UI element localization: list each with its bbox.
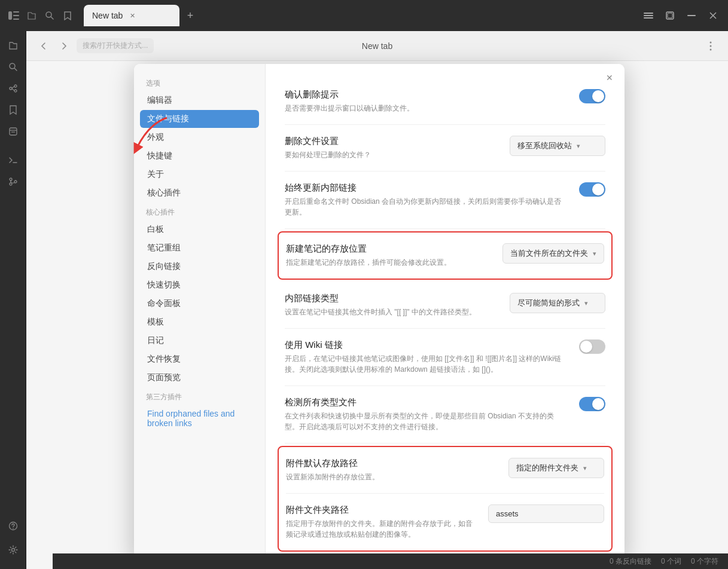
setting-title-new-note: 新建笔记的存放位置 <box>286 243 491 255</box>
setting-desc-confirm-delete: 是否需要弹出提示窗口以确认删除文件。 <box>285 103 567 114</box>
sidebar-help-icon[interactable] <box>4 516 23 536</box>
svg-point-33 <box>710 45 712 47</box>
select-delete-file-label: 移至系统回收站 <box>517 140 572 151</box>
nav-item-note-compose[interactable]: 笔记重组 <box>140 239 259 257</box>
nav-item-whiteboard[interactable]: 白板 <box>140 221 259 238</box>
nav-item-backlinks[interactable]: 反向链接 <box>140 258 259 276</box>
sidebar-merge-icon[interactable] <box>4 172 23 191</box>
setting-detect-files: 检测所有类型文件 在文件列表和快速切换中显示所有类型的文件，即使是那些目前 Ob… <box>285 386 605 443</box>
toggle-update-links[interactable] <box>579 182 605 197</box>
svg-rect-0 <box>8 11 12 20</box>
search-placeholder: 搜索/打开快捷方式... <box>83 41 148 51</box>
new-tab[interactable]: New tab ✕ <box>84 5 179 26</box>
nav-item-command-palette[interactable]: 命令面板 <box>140 295 259 313</box>
svg-line-15 <box>14 68 17 71</box>
setting-info-update-links: 始终更新内部链接 开启后重命名文件时 Obsidian 会自动为你更新内部链接，… <box>285 182 579 218</box>
highlight-attachment: 附件默认存放路径 设置新添加附件的存放位置。 指定的附件文件夹 ▾ <box>278 446 613 552</box>
select-link-type[interactable]: 尽可能简短的形式 ▾ <box>510 293 605 313</box>
svg-point-26 <box>10 183 12 185</box>
nav-item-file-recovery[interactable]: 文件恢复 <box>140 350 259 368</box>
nav-item-quick-switcher[interactable]: 快速切换 <box>140 276 259 294</box>
section-title-core-plugins: 核心插件 <box>140 203 259 220</box>
sidebar-settings-icon[interactable] <box>4 540 23 559</box>
nav-item-diary[interactable]: 日记 <box>140 332 259 350</box>
setting-control-attachment-folder <box>488 504 604 523</box>
main-area: 搜索/打开快捷方式... New tab ✕ 选项 编辑器 文件与链 <box>0 31 728 569</box>
toggle-detect-files[interactable] <box>579 397 605 411</box>
setting-info-link-type: 内部链接类型 设置在笔记中链接其他文件时插入 "[[ ]]" 中的文件路径类型。 <box>285 293 510 317</box>
search-icon[interactable] <box>43 9 56 22</box>
sidebar-icons <box>0 31 26 569</box>
dialog-close-button[interactable]: ✕ <box>603 71 616 84</box>
input-attachment-folder[interactable] <box>488 504 604 523</box>
svg-point-17 <box>14 85 17 87</box>
setting-control-confirm-delete <box>579 89 605 103</box>
top-bar-title: New tab <box>362 41 392 51</box>
select-attachment-path[interactable]: 指定的附件文件夹 ▾ <box>508 458 604 478</box>
nav-item-appearance[interactable]: 外观 <box>140 129 259 146</box>
setting-title-attachment-path: 附件默认存放路径 <box>286 458 496 469</box>
sidebar-terminal-icon[interactable] <box>4 151 23 170</box>
sidebar-search-icon[interactable] <box>4 57 23 77</box>
chevron-down-icon-4: ▾ <box>583 464 587 472</box>
nav-item-templates[interactable]: 模板 <box>140 313 259 331</box>
select-link-type-label: 尽可能简短的形式 <box>517 298 580 308</box>
svg-rect-11 <box>687 15 696 16</box>
forward-button[interactable] <box>56 38 72 54</box>
svg-rect-2 <box>13 15 19 16</box>
maximize-icon[interactable] <box>662 8 678 23</box>
nav-item-editor[interactable]: 编辑器 <box>140 91 259 109</box>
setting-new-note-location: 新建笔记的存放位置 指定新建笔记的存放路径，插件可能会修改此设置。 当前文件所在… <box>286 233 604 279</box>
setting-desc-attachment-folder: 指定用于存放附件的文件夹。新建的附件会存放于此，如音频记录或通过拖放或粘贴创建的… <box>286 518 476 540</box>
sidebar-graph-icon[interactable] <box>4 79 23 98</box>
svg-line-19 <box>12 87 14 88</box>
nav-item-page-preview[interactable]: 页面预览 <box>140 369 259 387</box>
svg-line-20 <box>12 89 14 91</box>
svg-point-32 <box>710 41 712 43</box>
file-explorer-icon[interactable] <box>25 9 38 22</box>
setting-attachment-folder: 附件文件夹路径 指定用于存放附件的文件夹。新建的附件会存放于此，如音频记录或通过… <box>286 494 604 550</box>
sidebar-files-icon[interactable] <box>4 36 23 55</box>
toggle-wiki-link[interactable] <box>579 339 605 354</box>
nav-item-core-plugins-header[interactable]: 核心插件 <box>140 184 259 202</box>
settings-content: 确认删除提示 是否需要弹出提示窗口以确认删除文件。 删除文件设置 要如何处理已删… <box>266 64 625 560</box>
svg-rect-7 <box>644 15 653 16</box>
nav-item-orphaned-files[interactable]: Find orphaned files and broken links <box>140 405 259 432</box>
select-delete-file[interactable]: 移至系统回收站 ▾ <box>510 136 605 156</box>
tab-area: New tab ✕ + <box>84 5 636 26</box>
setting-desc-delete-file: 要如何处理已删除的文件？ <box>285 149 498 160</box>
back-button[interactable] <box>36 38 51 54</box>
search-bar[interactable]: 搜索/打开快捷方式... <box>77 38 154 53</box>
tab-close-button[interactable]: ✕ <box>127 11 137 20</box>
setting-desc-link-type: 设置在笔记中链接其他文件时插入 "[[ ]]" 中的文件路径类型。 <box>285 307 498 317</box>
toggle-confirm-delete[interactable] <box>579 89 605 103</box>
new-tab-button[interactable]: + <box>182 7 199 24</box>
sidebar-bookmark-icon[interactable] <box>4 100 23 120</box>
status-bar: 0 条反向链接 0 个词 0 个字符 <box>53 553 728 569</box>
settings-dialog: ✕ 选项 编辑器 文件与链接 外观 快捷键 关于 核心插件 核心插件 白板 笔记… <box>134 64 625 560</box>
sidebar-toggle-icon[interactable] <box>7 9 20 22</box>
chevron-down-icon-2: ▾ <box>593 250 596 258</box>
setting-control-update-links <box>579 182 605 197</box>
svg-rect-1 <box>13 11 19 13</box>
bookmark-icon[interactable] <box>61 9 74 22</box>
section-title-third-party: 第三方插件 <box>140 387 259 405</box>
setting-title-confirm-delete: 确认删除提示 <box>285 89 567 100</box>
nav-item-files[interactable]: 文件与链接 <box>140 110 259 128</box>
backlinks-count: 0 条反向链接 <box>610 556 651 567</box>
close-window-icon[interactable] <box>705 8 721 23</box>
nav-item-about[interactable]: 关于 <box>140 166 259 183</box>
setting-title-update-links: 始终更新内部链接 <box>285 182 567 194</box>
setting-control-new-note: 当前文件所在的文件夹 ▾ <box>502 243 604 264</box>
setting-control-detect-files <box>579 397 605 411</box>
nav-item-hotkeys[interactable]: 快捷键 <box>140 147 259 165</box>
select-new-note-label: 当前文件所在的文件夹 <box>510 248 588 259</box>
setting-control-attachment-path: 指定的附件文件夹 ▾ <box>508 458 604 478</box>
setting-wiki-link: 使用 Wiki 链接 开启后，在笔记中链接其他笔记或图像时，使用如 [[文件名]… <box>285 329 605 386</box>
select-new-note[interactable]: 当前文件所在的文件夹 ▾ <box>502 243 604 264</box>
more-options-button[interactable] <box>703 38 718 54</box>
sidebar-template-icon[interactable] <box>4 122 23 141</box>
window-controls-icon[interactable] <box>641 8 656 23</box>
minimize-icon[interactable] <box>684 8 699 23</box>
svg-point-25 <box>10 178 12 181</box>
